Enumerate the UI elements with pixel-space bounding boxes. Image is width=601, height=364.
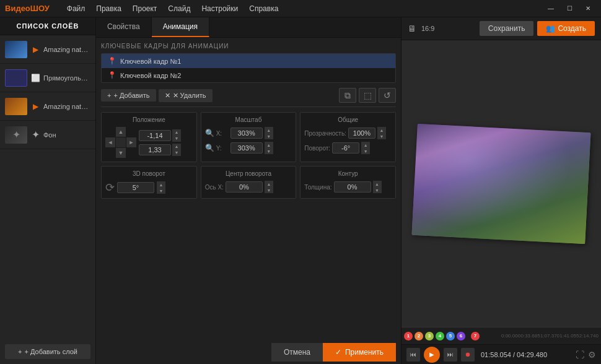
layer-item-4[interactable]: ✦ ✦ Фон	[0, 121, 95, 149]
outline-title: Контур	[304, 170, 392, 177]
marker-4: 4	[436, 332, 444, 340]
rot3d-down[interactable]: ▼	[157, 188, 165, 194]
scale-x-up[interactable]: ▲	[265, 127, 273, 133]
menu-help[interactable]: Справка	[244, 2, 283, 15]
pos-y-up[interactable]: ▲	[172, 144, 181, 150]
nav-down[interactable]: ▼	[116, 148, 126, 158]
logo-highlight: ШОУ	[30, 4, 50, 13]
scale-group: Масштаб 🔍 X: ▲ ▼ 🔍	[201, 112, 297, 162]
ruler-markers: 1 2 3 4 5 6 7	[404, 332, 501, 340]
apply-label: Применить	[345, 348, 384, 357]
center-x-stepper: ▲ ▼	[265, 181, 273, 193]
tab-properties[interactable]: Свойства	[96, 17, 152, 37]
skip-end-button[interactable]: ⏭	[444, 348, 457, 362]
copy-button[interactable]: ⧉	[339, 88, 356, 103]
cancel-button[interactable]: Отмена	[271, 343, 323, 362]
center-title: Центр поворота	[205, 170, 292, 177]
opacity-down[interactable]: ▼	[377, 133, 386, 139]
skip-start-button[interactable]: ⏮	[406, 348, 420, 362]
layer-name-4: Фон	[43, 131, 90, 139]
keyframe-item-2[interactable]: 📍 Ключевой кадр №2	[102, 68, 395, 82]
nav-left[interactable]: ◄	[105, 137, 115, 147]
opacity-up[interactable]: ▲	[377, 127, 386, 133]
menu-slide[interactable]: Слайд	[163, 2, 195, 15]
tab-animation[interactable]: Анимация	[152, 17, 209, 37]
add-label: + Добавить	[113, 92, 149, 99]
pos-x-up[interactable]: ▲	[172, 129, 181, 136]
remove-keyframe-button[interactable]: ✕ ✕ Удалить	[159, 89, 213, 102]
center-group: Центр поворота Ось X: ▲ ▼	[201, 166, 297, 199]
layers-panel: СПИСОК СЛОЁВ ▶ Amazing nature 'S... ⬜ Пр…	[0, 17, 96, 364]
animation-toolbar: + + Добавить ✕ ✕ Удалить ⧉ ⬚ ↺	[101, 88, 396, 107]
outline-group: Контур Толщина: ▲ ▼	[300, 166, 396, 199]
layer-item-1[interactable]: ▶ Amazing nature 'S...	[0, 35, 95, 64]
keyframes-section-title: КЛЮЧЕВЫЕ КАДРЫ ДЛЯ АНИМАЦИИ	[101, 43, 396, 50]
minimize-button[interactable]: —	[543, 2, 559, 15]
props-grid: Положение ▲ ◄ ► ▼	[101, 112, 396, 199]
layer-thumb-1	[5, 41, 27, 58]
outline-input[interactable]	[334, 181, 371, 193]
scale-x-input[interactable]	[230, 128, 263, 139]
keyframe-item-1[interactable]: 📍 Ключевой кадр №1	[102, 54, 395, 68]
add-layer-button[interactable]: + + Добавить слой	[5, 344, 90, 359]
layer-item-2[interactable]: ⬜ Прямоугольник	[0, 64, 95, 92]
play-button[interactable]: ▶	[424, 347, 440, 363]
nav-right[interactable]: ►	[126, 137, 136, 147]
scale-y-input[interactable]	[230, 142, 263, 154]
apply-check-icon: ✓	[335, 348, 341, 357]
scale-x-stepper: ▲ ▼	[265, 127, 273, 139]
position-y-input[interactable]	[139, 144, 171, 155]
scale-x-label: X:	[216, 130, 229, 137]
center-x-up[interactable]: ▲	[265, 181, 273, 187]
outline-down[interactable]: ▼	[373, 187, 382, 193]
layer-item-3[interactable]: ▶ Amazing nature 'S...	[0, 92, 95, 121]
menu-file[interactable]: Файл	[62, 2, 90, 15]
apply-button[interactable]: ✓ Применить	[323, 343, 396, 362]
menu-edit[interactable]: Правка	[91, 2, 126, 15]
layer-thumb-2	[5, 69, 27, 87]
close-button[interactable]: ✕	[580, 2, 596, 15]
pos-y-down[interactable]: ▼	[172, 150, 181, 156]
position-x-input[interactable]	[139, 130, 171, 141]
rot3d-up[interactable]: ▲	[157, 181, 165, 188]
outline-up[interactable]: ▲	[373, 181, 382, 187]
rotation-stepper: ▲ ▼	[361, 142, 370, 154]
layer-thumb-4: ✦	[5, 126, 27, 144]
rotation-down[interactable]: ▼	[361, 148, 370, 154]
center-x-input[interactable]	[226, 181, 263, 193]
rotation-up[interactable]: ▲	[361, 142, 370, 148]
create-button[interactable]: 👥 Создать	[537, 21, 595, 36]
layer-icon-1: ▶	[31, 45, 40, 54]
opacity-stepper: ▲ ▼	[377, 127, 386, 139]
pos-x-down[interactable]: ▼	[172, 136, 181, 142]
record-button[interactable]: ⏺	[461, 348, 475, 362]
layer-icon-4: ✦	[31, 131, 40, 139]
zoom-out-icon: 🔍	[205, 144, 214, 152]
logo-prefix: Видео	[5, 4, 30, 13]
preview-canvas	[401, 40, 601, 327]
layer-icon-2: ⬜	[31, 74, 40, 82]
menu-project[interactable]: Проект	[128, 2, 162, 15]
outline-stepper: ▲ ▼	[373, 181, 382, 193]
fullscreen-icon[interactable]: ⛶	[576, 350, 584, 360]
center-x-down[interactable]: ▼	[265, 187, 273, 193]
scale-y-up[interactable]: ▲	[265, 142, 273, 148]
add-keyframe-button[interactable]: + + Добавить	[101, 89, 156, 102]
reset-button[interactable]: ↺	[379, 88, 396, 103]
rotation3d-input[interactable]	[117, 182, 154, 193]
scale-y-down[interactable]: ▼	[265, 148, 273, 154]
action-bar: Отмена ✓ Применить	[96, 340, 401, 364]
save-button[interactable]: Сохранить	[480, 21, 534, 36]
scale-x-down[interactable]: ▼	[265, 133, 273, 139]
maximize-button[interactable]: ☐	[561, 2, 577, 15]
keyframe-label-2: Ключевой кадр №2	[120, 72, 181, 79]
aspect-ratio: 16:9	[421, 25, 434, 32]
rotation-input[interactable]	[332, 142, 359, 154]
nav-up[interactable]: ▲	[116, 127, 126, 137]
paste-button[interactable]: ⬚	[359, 88, 376, 103]
menu-settings[interactable]: Настройки	[196, 2, 243, 15]
opacity-input[interactable]	[348, 128, 375, 139]
zoom-in-icon: 🔍	[205, 129, 214, 137]
center-panel: Свойства Анимация КЛЮЧЕВЫЕ КАДРЫ ДЛЯ АНИ…	[96, 17, 401, 364]
settings-icon[interactable]: ⚙	[588, 350, 596, 360]
